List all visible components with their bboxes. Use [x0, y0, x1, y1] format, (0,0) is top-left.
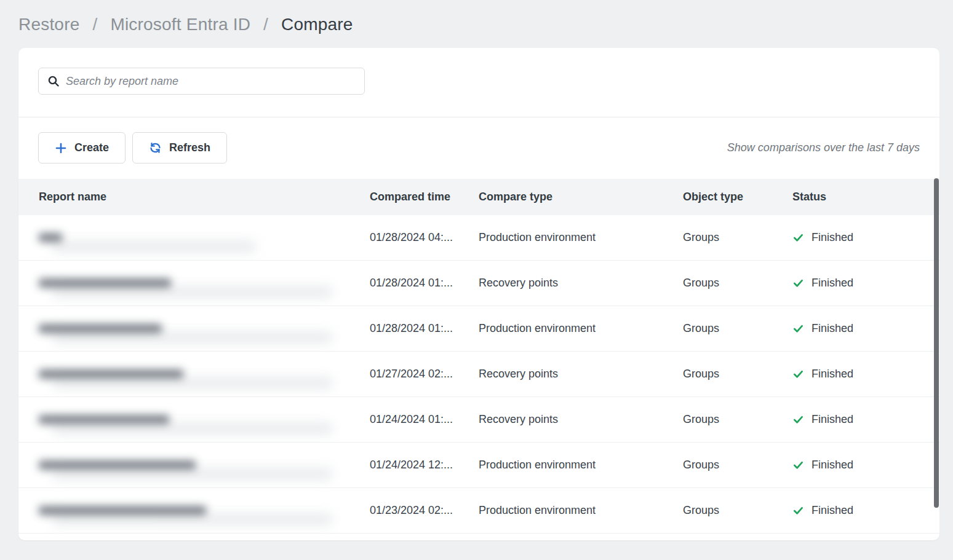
column-header-status[interactable]: Status: [792, 191, 939, 203]
status-label: Finished: [811, 368, 853, 381]
filter-note: Show comparisons over the last 7 days: [727, 141, 920, 154]
check-icon: [792, 368, 804, 380]
refresh-button[interactable]: Refresh: [132, 132, 227, 164]
status-cell: Finished: [792, 368, 939, 381]
compared-time-cell: 01/24/2024 01:...: [370, 413, 479, 426]
column-header-compared-time[interactable]: Compared time: [370, 191, 479, 203]
breadcrumb: Restore / Microsoft Entra ID / Compare: [0, 0, 953, 48]
table-row[interactable]: 01/23/2024 02:... Production environment…: [18, 488, 939, 534]
create-button[interactable]: Create: [38, 132, 126, 164]
report-name-cell: [18, 306, 370, 351]
check-icon: [792, 323, 804, 334]
report-name-redacted: [39, 278, 171, 288]
compare-type-cell: Production environment: [479, 231, 683, 244]
object-type-cell: Groups: [683, 368, 792, 381]
comparisons-table: Report name Compared time Compare type O…: [18, 179, 939, 534]
table-row[interactable]: 01/27/2024 02:... Recovery points Groups…: [18, 352, 939, 397]
table-row[interactable]: 01/28/2024 01:... Production environment…: [18, 306, 939, 352]
table-body: 01/28/2024 04:... Production environment…: [18, 215, 939, 534]
toolbar: Create Refresh Show comparisons over the…: [18, 117, 939, 179]
object-type-cell: Groups: [683, 277, 792, 290]
breadcrumb-separator: /: [92, 15, 97, 34]
check-icon: [792, 505, 804, 516]
table-row[interactable]: 01/24/2024 12:... Production environment…: [18, 443, 939, 488]
object-type-cell: Groups: [683, 322, 792, 335]
report-name-redacted: [39, 460, 196, 470]
refresh-button-label: Refresh: [169, 141, 210, 154]
check-icon: [792, 277, 804, 289]
status-cell: Finished: [792, 322, 939, 335]
compare-type-cell: Recovery points: [479, 413, 683, 426]
refresh-icon: [149, 141, 162, 154]
report-name-cell: [18, 488, 370, 533]
search-icon: [47, 75, 60, 87]
compared-time-cell: 01/27/2024 02:...: [370, 368, 479, 381]
check-icon: [792, 459, 804, 471]
table-row[interactable]: 01/24/2024 01:... Recovery points Groups…: [18, 397, 939, 443]
compared-time-cell: 01/24/2024 12:...: [370, 459, 479, 471]
object-type-cell: Groups: [683, 459, 792, 471]
status-label: Finished: [811, 459, 853, 471]
table-header: Report name Compared time Compare type O…: [18, 179, 939, 215]
report-name-redacted: [39, 324, 162, 333]
search-box[interactable]: [38, 68, 365, 95]
table-scrollbar-thumb[interactable]: [934, 178, 939, 508]
report-name-cell: [18, 397, 370, 442]
check-icon: [792, 414, 804, 425]
status-cell: Finished: [792, 504, 939, 517]
report-name-redacted: [39, 506, 206, 515]
plus-icon: [55, 142, 67, 154]
compared-time-cell: 01/23/2024 02:...: [370, 504, 479, 517]
report-name-redacted: [39, 415, 169, 424]
search-input[interactable]: [66, 75, 356, 88]
breadcrumb-entra-id[interactable]: Microsoft Entra ID: [110, 15, 250, 34]
status-label: Finished: [811, 322, 853, 335]
compare-type-cell: Production environment: [479, 504, 683, 517]
object-type-cell: Groups: [683, 504, 792, 517]
compare-type-cell: Production environment: [479, 459, 683, 471]
status-label: Finished: [811, 413, 853, 426]
report-name-ghost: [52, 240, 255, 253]
report-name-redacted: [39, 233, 62, 242]
report-name-cell: [18, 215, 370, 260]
breadcrumb-restore[interactable]: Restore: [18, 15, 79, 34]
table-row[interactable]: 01/28/2024 04:... Production environment…: [18, 215, 939, 261]
status-cell: Finished: [792, 459, 939, 471]
report-name-redacted: [39, 369, 183, 379]
search-section: [18, 48, 939, 117]
compared-time-cell: 01/28/2024 04:...: [370, 231, 479, 244]
report-name-cell: [18, 443, 370, 487]
status-label: Finished: [811, 231, 853, 244]
compare-type-cell: Recovery points: [479, 277, 683, 290]
status-cell: Finished: [792, 413, 939, 426]
status-label: Finished: [811, 277, 853, 290]
compare-panel: Create Refresh Show comparisons over the…: [18, 48, 939, 540]
breadcrumb-compare: Compare: [281, 15, 353, 34]
report-name-cell: [18, 261, 370, 306]
check-icon: [792, 232, 804, 243]
compared-time-cell: 01/28/2024 01:...: [370, 322, 479, 335]
table-row[interactable]: 01/28/2024 01:... Recovery points Groups…: [18, 261, 939, 306]
breadcrumb-separator: /: [263, 15, 268, 34]
object-type-cell: Groups: [683, 413, 792, 426]
compare-type-cell: Recovery points: [479, 368, 683, 381]
column-header-object-type[interactable]: Object type: [683, 191, 792, 203]
status-cell: Finished: [792, 277, 939, 290]
compare-type-cell: Production environment: [479, 322, 683, 335]
object-type-cell: Groups: [683, 231, 792, 244]
column-header-report-name[interactable]: Report name: [18, 191, 370, 203]
create-button-label: Create: [74, 141, 109, 154]
column-header-compare-type[interactable]: Compare type: [479, 191, 683, 203]
status-cell: Finished: [792, 231, 939, 244]
status-label: Finished: [811, 504, 853, 517]
compared-time-cell: 01/28/2024 01:...: [370, 277, 479, 290]
report-name-cell: [18, 352, 370, 396]
